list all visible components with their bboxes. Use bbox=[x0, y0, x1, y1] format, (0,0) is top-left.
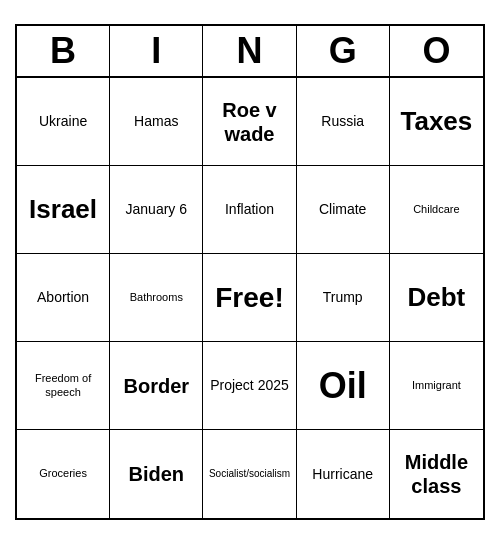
bingo-cell: Socialist/socialism bbox=[203, 430, 296, 518]
bingo-header: BINGO bbox=[17, 26, 483, 78]
bingo-cell: Israel bbox=[17, 166, 110, 254]
bingo-cell: Groceries bbox=[17, 430, 110, 518]
bingo-cell: Ukraine bbox=[17, 78, 110, 166]
bingo-cell: Freedom of speech bbox=[17, 342, 110, 430]
header-letter: O bbox=[390, 26, 483, 76]
bingo-card: BINGO UkraineHamasRoe v wadeRussiaTaxesI… bbox=[15, 24, 485, 520]
bingo-cell: January 6 bbox=[110, 166, 203, 254]
bingo-cell: Free! bbox=[203, 254, 296, 342]
bingo-cell: Bathrooms bbox=[110, 254, 203, 342]
bingo-cell: Trump bbox=[297, 254, 390, 342]
bingo-cell: Project 2025 bbox=[203, 342, 296, 430]
header-letter: N bbox=[203, 26, 296, 76]
bingo-cell: Immigrant bbox=[390, 342, 483, 430]
header-letter: B bbox=[17, 26, 110, 76]
header-letter: G bbox=[297, 26, 390, 76]
bingo-grid: UkraineHamasRoe v wadeRussiaTaxesIsraelJ… bbox=[17, 78, 483, 518]
bingo-cell: Debt bbox=[390, 254, 483, 342]
bingo-cell: Childcare bbox=[390, 166, 483, 254]
bingo-cell: Roe v wade bbox=[203, 78, 296, 166]
bingo-cell: Russia bbox=[297, 78, 390, 166]
header-letter: I bbox=[110, 26, 203, 76]
bingo-cell: Taxes bbox=[390, 78, 483, 166]
bingo-cell: Hamas bbox=[110, 78, 203, 166]
bingo-cell: Hurricane bbox=[297, 430, 390, 518]
bingo-cell: Middle class bbox=[390, 430, 483, 518]
bingo-cell: Abortion bbox=[17, 254, 110, 342]
bingo-cell: Oil bbox=[297, 342, 390, 430]
bingo-cell: Biden bbox=[110, 430, 203, 518]
bingo-cell: Climate bbox=[297, 166, 390, 254]
bingo-cell: Inflation bbox=[203, 166, 296, 254]
bingo-cell: Border bbox=[110, 342, 203, 430]
